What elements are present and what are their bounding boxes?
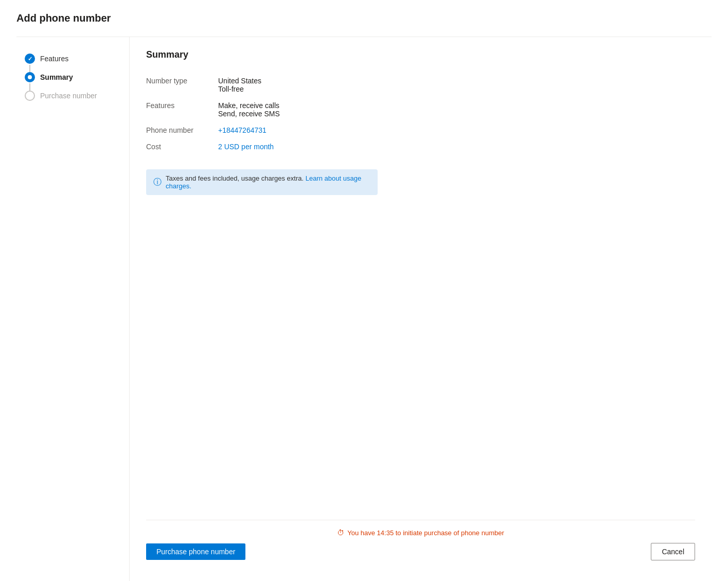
step-features: ✓ Features (25, 49, 121, 68)
step-purchase-label: Purchase number (40, 92, 97, 100)
step-features-circle: ✓ (25, 54, 35, 64)
purchase-phone-number-button[interactable]: Purchase phone number (146, 543, 245, 560)
info-icon: ⓘ (153, 177, 162, 188)
timer-row: ⏱ You have 14:35 to initiate purchase of… (146, 529, 695, 537)
active-dot (28, 75, 32, 79)
footer-buttons: Purchase phone number Cancel (146, 543, 695, 560)
cancel-button[interactable]: Cancel (651, 543, 695, 560)
steps-sidebar: ✓ Features Summary Purchase number (16, 37, 130, 581)
phone-number-row: Phone number +18447264731 (146, 122, 695, 138)
summary-title: Summary (146, 49, 695, 60)
cost-row: Cost 2 USD per month (146, 138, 695, 155)
main-content: Summary Number type United States Toll-f… (130, 37, 712, 581)
features-row: Features Make, receive calls Send, recei… (146, 97, 695, 122)
summary-grid: Number type United States Toll-free Feat… (146, 73, 695, 155)
page-title: Add phone number (16, 12, 712, 24)
step-summary-label: Summary (40, 73, 73, 81)
number-type-value: United States Toll-free (218, 73, 695, 97)
step-summary-circle (25, 72, 35, 82)
number-type-country: United States (218, 77, 695, 85)
checkmark-icon: ✓ (28, 56, 32, 62)
step-features-label: Features (40, 55, 68, 63)
features-line1: Make, receive calls (218, 101, 695, 110)
info-static-text: Taxes and fees included, usage charges e… (166, 174, 304, 182)
timer-text: You have 14:35 to initiate purchase of p… (347, 529, 504, 537)
number-type-row: Number type United States Toll-free (146, 73, 695, 97)
cost-display: 2 USD per month (218, 143, 274, 151)
phone-number-value: +18447264731 (218, 122, 695, 138)
info-banner: ⓘ Taxes and fees included, usage charges… (146, 169, 378, 195)
features-line2: Send, receive SMS (218, 110, 695, 118)
info-banner-text: Taxes and fees included, usage charges e… (166, 174, 370, 190)
number-type-label: Number type (146, 73, 218, 97)
step-purchase-circle (25, 91, 35, 101)
features-label: Features (146, 97, 218, 122)
cost-value: 2 USD per month (218, 138, 695, 155)
features-value: Make, receive calls Send, receive SMS (218, 97, 695, 122)
number-type-kind: Toll-free (218, 85, 695, 93)
phone-number-label: Phone number (146, 122, 218, 138)
footer: ⏱ You have 14:35 to initiate purchase of… (146, 520, 695, 569)
timer-icon: ⏱ (337, 529, 344, 537)
step-purchase: Purchase number (25, 86, 121, 105)
cost-label: Cost (146, 138, 218, 155)
phone-number-display: +18447264731 (218, 126, 267, 134)
step-summary: Summary (25, 68, 121, 86)
